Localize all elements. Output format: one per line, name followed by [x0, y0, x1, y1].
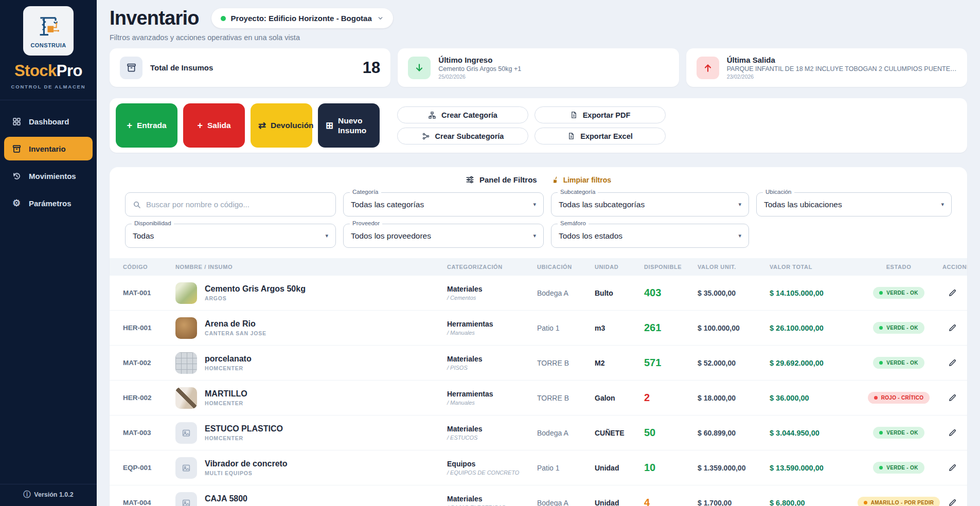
filter-categora[interactable]: Categoría Todas las categorías ▾	[343, 192, 544, 216]
entrada-button[interactable]: + Entrada	[116, 103, 177, 148]
edit-pencil-icon[interactable]	[948, 463, 957, 472]
cell-total-value: $ 14.105.000,00	[764, 289, 860, 297]
cell-location: TORRE B	[532, 394, 590, 402]
exportar-pdf-button[interactable]: Exportar PDF	[534, 106, 666, 123]
button-label: Exportar Excel	[580, 132, 633, 140]
cell-location: Bodega A	[532, 289, 590, 297]
app-brand-subtitle: CONTROL DE ALMACEN	[0, 84, 97, 89]
stat-total-insumos: Total de Insumos 18	[110, 48, 390, 87]
arrow-up-icon	[697, 57, 719, 79]
crear-categor-a-button[interactable]: Crear Categoría	[397, 106, 528, 123]
cell-total-value: $ 36.000,00	[764, 394, 860, 402]
cell-actions	[937, 428, 967, 437]
caret-down-icon: ▾	[941, 201, 944, 208]
exportar-excel-button[interactable]: Exportar Excel	[534, 128, 666, 144]
edit-pencil-icon[interactable]	[948, 393, 957, 402]
product-thumbnail	[175, 317, 197, 339]
status-badge: ROJO - CRÍTICO	[868, 392, 930, 404]
product-name: porcelanato	[205, 354, 252, 364]
sidebar-item-parmetros[interactable]: ⚙ Parámetros	[4, 191, 93, 215]
cell-code: MAT-003	[110, 429, 170, 437]
product-name: Cemento Gris Argos 50kg	[205, 284, 306, 294]
actions-bar: + Entrada + Salida ⇄ Devolución ⊞ Nuevo …	[110, 98, 967, 153]
filters-title: Panel de Filtros	[466, 175, 537, 184]
stat-date: 25/02/2026	[438, 74, 668, 80]
sidebar-item-movimientos[interactable]: Movimientos	[4, 164, 93, 188]
status-badge: VERDE - OK	[873, 357, 924, 369]
edit-pencil-icon[interactable]	[948, 288, 957, 297]
product-name: ESTUCO PLASTICO	[205, 424, 283, 433]
button-label: Entrada	[137, 120, 167, 130]
cell-category: Materiales / ESTUCOS	[442, 425, 532, 441]
column-header: UBICACIÓN	[532, 264, 590, 270]
sidebar-item-label: Movimientos	[29, 172, 76, 180]
dashboard-icon	[11, 116, 22, 127]
column-header: CATEGORIZACIÓN	[442, 264, 532, 270]
sidebar-item-label: Dashboard	[29, 117, 69, 126]
salida-button[interactable]: + Salida	[183, 103, 245, 148]
cell-code: HER-001	[110, 324, 170, 332]
column-header: DISPONIBLE	[639, 264, 692, 270]
cell-available: 4	[639, 497, 692, 506]
cell-actions	[937, 358, 967, 367]
cell-code: MAT-004	[110, 499, 170, 506]
devoluci-n-button[interactable]: ⇄ Devolución	[251, 103, 312, 148]
filter-semforo[interactable]: Semáforo Todos los estados ▾	[551, 224, 749, 248]
edit-pencil-icon[interactable]	[948, 358, 957, 367]
cell-category: Herramientas / Manuales	[442, 320, 532, 336]
filter-ubicacin[interactable]: Ubicación Todas las ubicaciones ▾	[756, 192, 952, 216]
stat-label: Última Salida	[727, 56, 957, 64]
secondary-actions: Crear Categoría Exportar PDF Crear Subca…	[397, 106, 666, 144]
clear-filters-button[interactable]: Limpiar filtros	[551, 176, 611, 184]
sidebar-nav: Dashboard Inventario Movimientos ⚙ Parám…	[0, 100, 97, 215]
status-badge: AMARILLO - POR PEDIR	[858, 497, 940, 506]
info-icon: ⓘ	[23, 490, 30, 499]
caret-down-icon: ▾	[738, 201, 741, 208]
cell-name: Arena de Rio CANTERA SAN JOSE	[170, 317, 442, 339]
stats-row: Total de Insumos 18 Último Ingreso Cemen…	[110, 48, 967, 87]
filter-subcategora[interactable]: Subcategoría Todas las subcategorías ▾	[551, 192, 749, 216]
cell-available: 10	[639, 462, 692, 474]
sidebar-item-dashboard[interactable]: Dashboard	[4, 110, 93, 133]
primary-actions: + Entrada + Salida ⇄ Devolución ⊞ Nuevo …	[116, 103, 380, 148]
project-selector[interactable]: Proyecto: Edificio Horizonte - Bogotaa	[211, 8, 393, 28]
button-label: Nuevo Insumo	[338, 116, 372, 136]
branch-icon	[422, 132, 430, 140]
stat-ultimo-ingreso: Último Ingreso Cemento Gris Argos 50kg +…	[398, 48, 679, 87]
cell-category: Materiales / Cementos	[442, 285, 532, 301]
stat-detail: PARQUE INFANTIL DE 18 M2 INCLUYE TOBOGAN…	[727, 65, 957, 73]
column-header: CÓDIGO	[110, 264, 170, 270]
table-row: EQP-001 Vibrador de concreto MULTI EQUIP…	[110, 450, 967, 485]
button-label: Crear Categoría	[441, 111, 497, 119]
product-brand: CANTERA SAN JOSE	[205, 330, 266, 336]
edit-pencil-icon[interactable]	[948, 428, 957, 437]
sidebar-item-inventario[interactable]: Inventario	[4, 137, 93, 160]
cell-unit: Unidad	[590, 499, 639, 506]
project-label: Proyecto: Edificio Horizonte - Bogotaa	[231, 14, 372, 23]
product-name: Vibrador de concreto	[205, 459, 288, 468]
edit-pencil-icon[interactable]	[948, 323, 957, 332]
product-brand: ARGOS	[205, 295, 306, 301]
image-icon	[175, 422, 197, 444]
cell-status: VERDE - OK	[860, 427, 937, 439]
history-icon	[11, 170, 22, 182]
cell-unit: Galon	[590, 394, 639, 402]
cell-location: Bodega A	[532, 429, 590, 437]
sidebar-item-label: Parámetros	[29, 199, 72, 208]
filter-proveedor[interactable]: Proveedor Todos los proveedores ▾	[343, 224, 544, 248]
cell-available: 50	[639, 427, 692, 439]
filter-value: Todas las ubicaciones	[764, 200, 842, 209]
search-icon	[133, 201, 141, 209]
filter-label: Proveedor	[350, 220, 382, 226]
button-label: Salida	[207, 120, 231, 130]
crear-subcategor-a-button[interactable]: Crear Subcategoría	[397, 128, 528, 144]
cell-location: Patio 1	[532, 464, 590, 472]
version-footer: ⓘ Versión 1.0.2	[0, 484, 97, 506]
cell-actions	[937, 393, 967, 402]
column-header: ACCIONES	[937, 264, 967, 270]
cell-actions	[937, 323, 967, 332]
search-input[interactable]	[146, 200, 328, 209]
nuevo-insumo-button[interactable]: ⊞ Nuevo Insumo	[318, 103, 380, 148]
filter-disponibilidad[interactable]: Disponibilidad Todas ▾	[125, 224, 336, 248]
edit-pencil-icon[interactable]	[948, 498, 957, 506]
